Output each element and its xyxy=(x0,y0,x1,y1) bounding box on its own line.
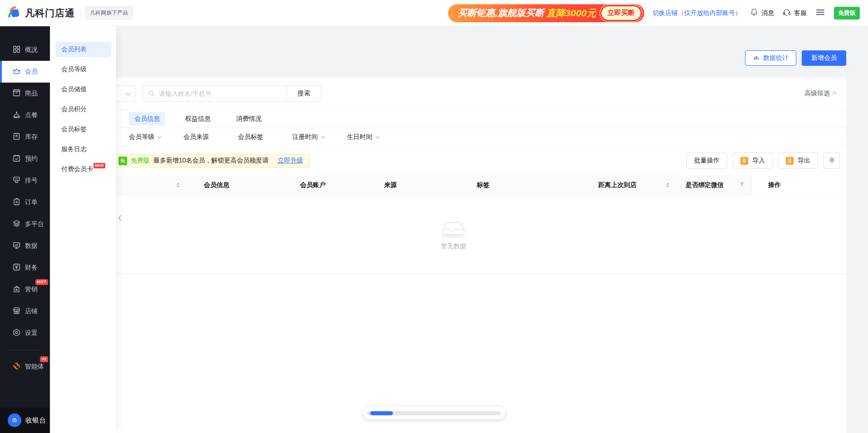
search-input[interactable] xyxy=(143,85,286,102)
plan-badge[interactable]: 免费版 xyxy=(834,7,860,20)
filter-member-source[interactable]: 会员来源 xyxy=(183,133,238,141)
cloche-icon xyxy=(12,110,21,120)
sidebar-item-label: 收银台 xyxy=(25,416,46,425)
sidebar-item-data[interactable]: 数据 xyxy=(0,235,50,257)
grid-icon xyxy=(12,45,21,55)
menu-button[interactable] xyxy=(815,7,826,20)
submenu-item-member-stored-value[interactable]: 会员储值 xyxy=(55,82,111,97)
notice-text: 最多新增10名会员，解锁更高会员额度请 xyxy=(153,157,269,165)
sidebar-divider xyxy=(6,350,44,350)
sidebar-item-agent[interactable]: AI 智能体 xyxy=(0,356,50,378)
filter-member-level[interactable]: 会员等级 xyxy=(129,133,183,141)
layers-icon xyxy=(12,219,21,229)
sidebar-item-booking[interactable]: 预约 xyxy=(0,148,50,170)
app-logo-icon xyxy=(6,5,21,21)
filter-birthday-time[interactable]: 生日时间 xyxy=(347,133,401,141)
column-label: 距离上次到店 xyxy=(598,181,636,189)
sidebar-item-label: 营销 xyxy=(25,285,38,294)
sidebar-item-label: 预约 xyxy=(25,155,38,163)
submenu-item-service-log[interactable]: 服务日志 xyxy=(55,142,111,157)
members-submenu: 会员列表 会员等级 会员储值 会员积分 会员标签 服务日志 付费会员卡 NEW xyxy=(50,26,116,433)
sidebar-item-overview[interactable]: 概况 xyxy=(0,39,50,61)
upgrade-now-link[interactable]: 立即升级 xyxy=(278,157,303,165)
sidebar-item-store[interactable]: 店铺 xyxy=(0,300,50,322)
sidebar-item-members[interactable]: 会员 xyxy=(0,61,50,83)
main-content: 数据统计 新增会员 搜索 高级筛选 会员信息 权益信息 消费情况 xyxy=(50,26,868,433)
notice-row: 免 免费版 最多新增10名会员，解锁更高会员额度请 立即升级 批量操作 基 导入… xyxy=(61,146,846,175)
sidebar-item-label: 库存 xyxy=(25,133,38,141)
export-button[interactable]: 基 导出 xyxy=(778,153,818,169)
sidebar-item-inventory[interactable]: 库存 xyxy=(0,126,50,148)
filter-label: 会员来源 xyxy=(183,133,209,141)
import-button[interactable]: 基 导入 xyxy=(733,153,773,169)
advanced-filter-label: 高级筛选 xyxy=(804,89,830,98)
data-statistics-button[interactable]: 数据统计 xyxy=(745,50,796,66)
sidebar-item-label: 财务 xyxy=(25,264,38,272)
info-tabs: 会员信息 权益信息 消费情况 xyxy=(61,109,846,128)
submenu-item-member-list[interactable]: 会员列表 xyxy=(55,42,111,57)
submenu-item-label: 会员列表 xyxy=(61,45,87,54)
submenu-item-member-points[interactable]: 会员积分 xyxy=(55,102,111,117)
column-label: 标签 xyxy=(477,181,489,189)
gear-icon xyxy=(12,328,21,338)
column-settings-button[interactable] xyxy=(824,153,840,169)
table-actions: 批量操作 基 导入 基 导出 xyxy=(686,153,840,169)
empty-text: 暂无数据 xyxy=(441,242,466,251)
sort-icon[interactable] xyxy=(176,182,180,188)
bell-icon xyxy=(750,8,759,18)
submenu-item-label: 会员储值 xyxy=(61,85,87,93)
table-col-actions: 操作 xyxy=(751,175,846,195)
switch-store-link[interactable]: 切换店铺（仅开放给内部账号） xyxy=(652,9,741,17)
scrollbar-track[interactable] xyxy=(367,411,501,415)
advanced-filter-toggle[interactable]: 高级筛选 xyxy=(804,89,840,98)
sort-icon[interactable] xyxy=(666,182,670,188)
submenu-item-label: 会员等级 xyxy=(61,65,87,74)
member-list-card: 搜索 高级筛选 会员信息 权益信息 消费情况 会员等级 会员来源 会员标签 xyxy=(61,78,846,433)
messages-button[interactable]: 消息 xyxy=(750,8,774,18)
storefront-icon xyxy=(12,306,21,316)
sidebar-item-cashier[interactable]: 收银台 xyxy=(0,408,50,433)
cash-register-icon xyxy=(8,413,21,427)
sidebar-item-orders[interactable]: 订单 xyxy=(0,192,50,213)
table-col-last-visit: 距离上次到店 xyxy=(587,175,674,195)
filter-funnel-icon[interactable] xyxy=(739,182,745,189)
sidebar-item-settings[interactable]: 设置 xyxy=(0,322,50,344)
app-title: 凡科门店通 xyxy=(25,7,75,20)
clipboard-icon xyxy=(12,197,21,207)
filter-label: 会员标签 xyxy=(238,133,263,141)
sidebar-item-multiplatform[interactable]: 多平台 xyxy=(0,213,50,235)
tab-benefit-info[interactable]: 权益信息 xyxy=(180,112,216,126)
submenu-collapse-handle[interactable] xyxy=(118,214,122,221)
support-button[interactable]: 客服 xyxy=(782,8,807,18)
sidebar-item-finance[interactable]: 财务 xyxy=(0,257,50,279)
primary-sidebar: 概况 会员 商品 点餐 库存 预约 排号 订单 多平台 数据 财务 HOT xyxy=(0,26,50,433)
sidebar-item-marketing[interactable]: HOT 营销 xyxy=(0,279,50,300)
submenu-item-label: 付费会员卡 xyxy=(61,165,93,173)
sidebar-item-products[interactable]: 商品 xyxy=(0,83,50,104)
column-label: 是否绑定微信 xyxy=(686,181,724,189)
yen-square-icon xyxy=(12,263,21,273)
submenu-item-member-levels[interactable]: 会员等级 xyxy=(55,62,111,77)
column-label: 来源 xyxy=(384,181,397,189)
tab-consumption[interactable]: 消费情况 xyxy=(231,112,267,126)
sidebar-item-ordering[interactable]: 点餐 xyxy=(0,104,50,126)
submenu-item-paid-member-card[interactable]: 付费会员卡 NEW xyxy=(55,162,111,177)
horizontal-scrollbar xyxy=(363,407,505,419)
sidebar-item-label: 排号 xyxy=(25,177,38,185)
submenu-item-member-tags[interactable]: 会员标签 xyxy=(55,122,111,137)
table-col-tags: 标签 xyxy=(465,175,587,195)
buyout-now-button[interactable]: 立即买断 xyxy=(602,6,641,20)
filter-label: 会员等级 xyxy=(129,133,154,141)
tab-member-info[interactable]: 会员信息 xyxy=(129,112,165,126)
sidebar-item-queue[interactable]: 排号 xyxy=(0,170,50,192)
sidebar-item-label: 数据 xyxy=(25,242,38,250)
bar-chart-icon xyxy=(753,54,760,63)
brand[interactable]: 凡科门店通 凡科网旗下产品 xyxy=(6,5,133,21)
scrollbar-thumb[interactable] xyxy=(370,411,393,415)
filter-register-time[interactable]: 注册时间 xyxy=(292,133,347,141)
search-button[interactable]: 搜索 xyxy=(286,85,321,102)
promo-banner: 买断钜惠,旗舰版买断 直降3000元 立即买断 xyxy=(448,4,644,22)
add-member-button[interactable]: 新增会员 xyxy=(802,50,846,66)
batch-operation-button[interactable]: 批量操作 xyxy=(686,153,727,169)
filter-member-tag[interactable]: 会员标签 xyxy=(238,133,292,141)
